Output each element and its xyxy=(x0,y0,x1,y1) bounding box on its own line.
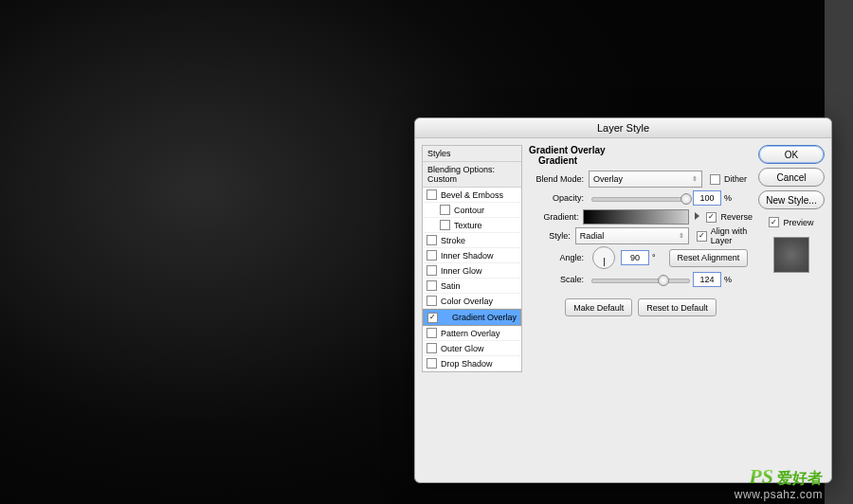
checkbox[interactable] xyxy=(426,296,437,306)
style-item-outer-glow[interactable]: Outer Glow xyxy=(423,341,521,356)
style-label: Style: xyxy=(529,231,575,241)
watermark-url: www.psahz.com xyxy=(735,489,823,500)
reset-alignment-button[interactable]: Reset Alignment xyxy=(669,249,749,267)
style-item-inner-shadow[interactable]: Inner Shadow xyxy=(423,248,521,263)
chevron-updown-icon: ⇳ xyxy=(679,232,684,240)
new-style-button[interactable]: New Style... xyxy=(758,190,825,209)
watermark: PS爱好者 www.psahz.com xyxy=(735,466,823,500)
style-item-drop-shadow[interactable]: Drop Shadow xyxy=(423,356,521,371)
dialog-title: Layer Style xyxy=(415,118,831,138)
gradient-swatch[interactable] xyxy=(583,209,689,225)
dither-checkbox[interactable]: Dither xyxy=(710,174,747,185)
checkbox[interactable] xyxy=(440,220,450,230)
preview-checkbox[interactable]: Preview xyxy=(769,217,813,227)
opacity-label: Opacity: xyxy=(529,193,589,203)
style-item-gradient-overlay[interactable]: Gradient Overlay xyxy=(423,309,521,326)
checkbox[interactable] xyxy=(769,217,779,227)
blend-mode-select[interactable]: Overlay⇳ xyxy=(589,171,702,188)
checkbox[interactable] xyxy=(426,328,437,338)
styles-panel: Styles Blending Options: Custom Bevel & … xyxy=(422,145,522,372)
slider-knob[interactable] xyxy=(681,193,692,205)
checkbox[interactable] xyxy=(426,265,437,276)
style-item-inner-glow[interactable]: Inner Glow xyxy=(423,263,521,279)
style-item-satin[interactable]: Satin xyxy=(423,279,521,294)
checkbox[interactable] xyxy=(426,189,437,200)
checkbox[interactable] xyxy=(426,235,437,245)
angle-label: Angle: xyxy=(529,253,589,262)
style-label: Inner Shadow xyxy=(441,251,494,261)
preview-swatch xyxy=(773,237,809,273)
watermark-brand: PS xyxy=(749,466,773,487)
group-title: Gradient Overlay xyxy=(529,145,753,155)
opacity-slider[interactable] xyxy=(591,190,690,206)
checkbox[interactable] xyxy=(440,205,450,215)
checkbox[interactable] xyxy=(697,231,707,242)
style-label: Color Overlay xyxy=(441,297,493,306)
checkbox[interactable] xyxy=(426,343,437,353)
checkbox[interactable] xyxy=(426,358,437,369)
checkbox[interactable] xyxy=(710,174,720,185)
style-label: Gradient Overlay xyxy=(452,313,517,322)
scale-input[interactable]: 124 xyxy=(693,272,721,287)
options-panel: Gradient Overlay Gradient Blend Mode: Ov… xyxy=(529,145,753,316)
style-label: Pattern Overlay xyxy=(441,329,500,338)
checkbox[interactable] xyxy=(426,250,437,261)
angle-input[interactable]: 90 xyxy=(621,250,649,265)
angle-dial[interactable] xyxy=(592,246,615,269)
opacity-unit: % xyxy=(724,193,732,203)
scale-slider[interactable] xyxy=(591,272,690,287)
style-label: Outer Glow xyxy=(441,344,484,353)
style-item-texture[interactable]: Texture xyxy=(423,218,521,233)
style-item-contour[interactable]: Contour xyxy=(423,203,521,218)
checkbox[interactable] xyxy=(427,313,438,323)
align-layer-checkbox[interactable]: Align with Layer xyxy=(697,226,753,245)
make-default-button[interactable]: Make Default xyxy=(565,298,632,316)
reset-default-button[interactable]: Reset to Default xyxy=(638,298,717,316)
style-label: Drop Shadow xyxy=(441,359,493,369)
chevron-updown-icon: ⇳ xyxy=(692,175,698,183)
scale-label: Scale: xyxy=(529,275,589,284)
style-label: Bevel & Emboss xyxy=(441,190,503,200)
style-item-color-overlay[interactable]: Color Overlay xyxy=(423,294,521,309)
style-item-pattern-overlay[interactable]: Pattern Overlay xyxy=(423,326,521,341)
style-label: Satin xyxy=(441,281,461,291)
style-select[interactable]: Radial⇳ xyxy=(575,227,689,244)
checkbox[interactable] xyxy=(706,212,717,223)
style-label: Inner Glow xyxy=(441,266,482,276)
slider-knob[interactable] xyxy=(658,275,669,286)
angle-unit: ° xyxy=(652,253,656,262)
styles-header[interactable]: Styles xyxy=(423,146,521,162)
group-subtitle: Gradient xyxy=(529,155,753,166)
scale-unit: % xyxy=(724,275,732,284)
style-item-stroke[interactable]: Stroke xyxy=(423,233,521,248)
style-label: Texture xyxy=(454,221,482,230)
style-item-bevel[interactable]: Bevel & Emboss xyxy=(423,188,521,203)
styles-listbox: Styles Blending Options: Custom Bevel & … xyxy=(422,145,522,372)
layer-style-dialog: Layer Style Styles Blending Options: Cus… xyxy=(414,117,832,483)
opacity-input[interactable]: 100 xyxy=(693,190,721,206)
checkbox[interactable] xyxy=(426,280,437,291)
ok-button[interactable]: OK xyxy=(758,145,825,164)
style-label: Contour xyxy=(454,206,484,215)
blend-mode-label: Blend Mode: xyxy=(529,174,589,184)
action-panel: OK Cancel New Style... Preview xyxy=(758,145,825,273)
reverse-checkbox[interactable]: Reverse xyxy=(706,212,753,223)
gradient-label: Gradient: xyxy=(529,212,583,222)
watermark-cn: 爱好者 xyxy=(777,470,823,486)
style-label: Stroke xyxy=(441,236,465,245)
blending-options-header[interactable]: Blending Options: Custom xyxy=(423,162,521,188)
cancel-button[interactable]: Cancel xyxy=(758,168,825,187)
